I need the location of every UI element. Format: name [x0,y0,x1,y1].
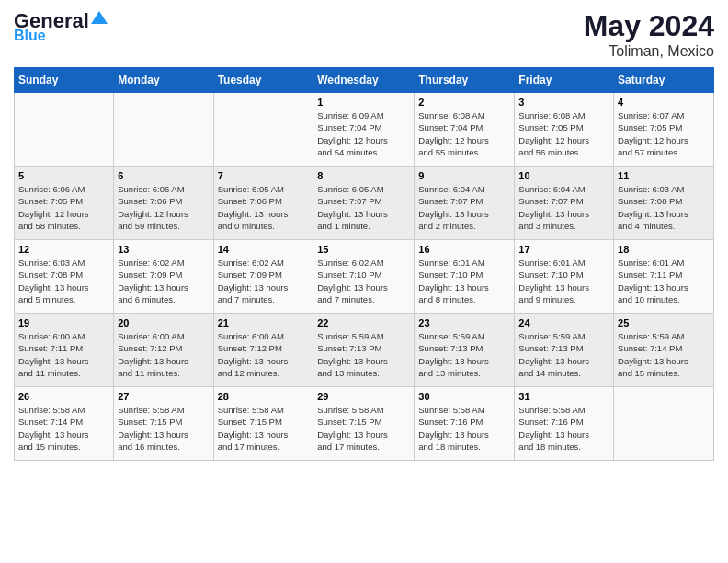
day-info: Sunrise: 6:03 AMSunset: 7:08 PMDaylight:… [18,257,109,305]
day-info: Sunrise: 6:05 AMSunset: 7:06 PMDaylight:… [218,183,310,232]
day-number: 19 [18,317,109,328]
calendar-title: May 2024 [584,9,714,43]
day-info: Sunrise: 5:58 AMSunset: 7:15 PMDaylight:… [118,404,209,453]
calendar-cell: 3Sunrise: 6:08 AMSunset: 7:05 PMDaylight… [515,93,614,167]
calendar-cell: 19Sunrise: 6:00 AMSunset: 7:11 PMDayligh… [15,314,114,387]
calendar-cell: 21Sunrise: 6:00 AMSunset: 7:12 PMDayligh… [213,314,313,387]
calendar-cell: 20Sunrise: 6:00 AMSunset: 7:12 PMDayligh… [114,314,213,387]
day-number: 27 [118,391,209,402]
day-number: 26 [18,391,109,402]
calendar-cell: 8Sunrise: 6:05 AMSunset: 7:07 PMDaylight… [313,167,415,240]
day-info: Sunrise: 6:01 AMSunset: 7:11 PMDaylight:… [618,257,710,305]
header-saturday: Saturday [614,68,714,93]
calendar-cell: 26Sunrise: 5:58 AMSunset: 7:14 PMDayligh… [15,387,114,461]
calendar-cell: 10Sunrise: 6:04 AMSunset: 7:07 PMDayligh… [515,167,614,240]
day-info: Sunrise: 6:02 AMSunset: 7:09 PMDaylight:… [218,257,310,305]
header-sunday: Sunday [15,68,114,93]
calendar-cell [114,93,213,167]
day-info: Sunrise: 6:02 AMSunset: 7:10 PMDaylight:… [317,257,410,305]
page-header: General Blue May 2024 Toliman, Mexico [14,9,714,60]
day-info: Sunrise: 6:01 AMSunset: 7:10 PMDaylight:… [518,257,609,305]
day-number: 6 [118,170,209,181]
header-tuesday: Tuesday [213,68,313,93]
day-number: 28 [218,391,310,402]
day-info: Sunrise: 6:06 AMSunset: 7:05 PMDaylight:… [18,183,109,232]
calendar-subtitle: Toliman, Mexico [584,43,714,60]
calendar-cell: 22Sunrise: 5:59 AMSunset: 7:13 PMDayligh… [313,314,415,387]
day-number: 25 [618,317,710,328]
day-info: Sunrise: 6:02 AMSunset: 7:09 PMDaylight:… [118,257,209,305]
day-number: 20 [118,317,209,328]
calendar-table: Sunday Monday Tuesday Wednesday Thursday… [14,67,714,461]
day-number: 24 [518,317,609,328]
svg-marker-0 [91,11,108,24]
logo: General Blue [14,9,108,44]
day-info: Sunrise: 5:58 AMSunset: 7:16 PMDaylight:… [418,404,510,453]
header-wednesday: Wednesday [313,68,415,93]
day-info: Sunrise: 6:04 AMSunset: 7:07 PMDaylight:… [418,183,510,232]
day-number: 7 [218,170,310,181]
day-number: 11 [618,170,710,181]
day-number: 22 [317,317,410,328]
calendar-header-row: Sunday Monday Tuesday Wednesday Thursday… [15,68,714,93]
logo-blue-text: Blue [14,28,46,44]
day-info: Sunrise: 6:09 AMSunset: 7:04 PMDaylight:… [317,109,410,158]
header-thursday: Thursday [415,68,515,93]
day-number: 2 [418,97,510,108]
logo-triangle-icon [91,9,108,26]
calendar-cell: 29Sunrise: 5:58 AMSunset: 7:15 PMDayligh… [313,387,415,461]
calendar-cell: 15Sunrise: 6:02 AMSunset: 7:10 PMDayligh… [313,240,415,314]
day-number: 13 [118,244,209,255]
header-monday: Monday [114,68,213,93]
calendar-cell: 2Sunrise: 6:08 AMSunset: 7:04 PMDaylight… [415,93,515,167]
calendar-cell: 16Sunrise: 6:01 AMSunset: 7:10 PMDayligh… [415,240,515,314]
calendar-cell: 4Sunrise: 6:07 AMSunset: 7:05 PMDaylight… [614,93,714,167]
calendar-week-row: 19Sunrise: 6:00 AMSunset: 7:11 PMDayligh… [15,314,714,387]
day-info: Sunrise: 5:58 AMSunset: 7:16 PMDaylight:… [518,404,609,453]
calendar-cell: 28Sunrise: 5:58 AMSunset: 7:15 PMDayligh… [213,387,313,461]
page-container: General Blue May 2024 Toliman, Mexico Su… [0,0,728,470]
day-number: 9 [418,170,510,181]
calendar-cell: 13Sunrise: 6:02 AMSunset: 7:09 PMDayligh… [114,240,213,314]
day-info: Sunrise: 5:58 AMSunset: 7:15 PMDaylight:… [218,404,310,453]
day-info: Sunrise: 6:08 AMSunset: 7:05 PMDaylight:… [518,109,609,158]
calendar-cell: 31Sunrise: 5:58 AMSunset: 7:16 PMDayligh… [515,387,614,461]
day-number: 8 [317,170,410,181]
calendar-cell: 7Sunrise: 6:05 AMSunset: 7:06 PMDaylight… [213,167,313,240]
day-info: Sunrise: 6:00 AMSunset: 7:12 PMDaylight:… [118,330,209,379]
calendar-cell: 11Sunrise: 6:03 AMSunset: 7:08 PMDayligh… [614,167,714,240]
day-info: Sunrise: 5:59 AMSunset: 7:13 PMDaylight:… [418,330,510,379]
day-info: Sunrise: 5:59 AMSunset: 7:13 PMDaylight:… [518,330,609,379]
day-info: Sunrise: 6:04 AMSunset: 7:07 PMDaylight:… [518,183,609,232]
day-info: Sunrise: 5:59 AMSunset: 7:14 PMDaylight:… [618,330,710,379]
day-info: Sunrise: 5:58 AMSunset: 7:15 PMDaylight:… [317,404,410,453]
day-number: 1 [317,97,410,108]
day-info: Sunrise: 5:59 AMSunset: 7:13 PMDaylight:… [317,330,410,379]
calendar-cell: 1Sunrise: 6:09 AMSunset: 7:04 PMDaylight… [313,93,415,167]
calendar-cell [213,93,313,167]
calendar-cell [15,93,114,167]
calendar-cell: 14Sunrise: 6:02 AMSunset: 7:09 PMDayligh… [213,240,313,314]
day-info: Sunrise: 6:01 AMSunset: 7:10 PMDaylight:… [418,257,510,305]
calendar-cell: 9Sunrise: 6:04 AMSunset: 7:07 PMDaylight… [415,167,515,240]
day-info: Sunrise: 6:07 AMSunset: 7:05 PMDaylight:… [618,109,710,158]
day-number: 21 [218,317,310,328]
calendar-week-row: 26Sunrise: 5:58 AMSunset: 7:14 PMDayligh… [15,387,714,461]
calendar-cell: 23Sunrise: 5:59 AMSunset: 7:13 PMDayligh… [415,314,515,387]
day-number: 23 [418,317,510,328]
calendar-cell: 27Sunrise: 5:58 AMSunset: 7:15 PMDayligh… [114,387,213,461]
calendar-cell: 17Sunrise: 6:01 AMSunset: 7:10 PMDayligh… [515,240,614,314]
day-info: Sunrise: 6:08 AMSunset: 7:04 PMDaylight:… [418,109,510,158]
day-number: 16 [418,244,510,255]
day-number: 3 [518,97,609,108]
title-block: May 2024 Toliman, Mexico [584,9,714,60]
day-info: Sunrise: 6:06 AMSunset: 7:06 PMDaylight:… [118,183,209,232]
day-info: Sunrise: 5:58 AMSunset: 7:14 PMDaylight:… [18,404,109,453]
calendar-week-row: 12Sunrise: 6:03 AMSunset: 7:08 PMDayligh… [15,240,714,314]
calendar-cell [614,387,714,461]
day-number: 30 [418,391,510,402]
calendar-cell: 30Sunrise: 5:58 AMSunset: 7:16 PMDayligh… [415,387,515,461]
day-number: 10 [518,170,609,181]
calendar-cell: 25Sunrise: 5:59 AMSunset: 7:14 PMDayligh… [614,314,714,387]
day-number: 5 [18,170,109,181]
